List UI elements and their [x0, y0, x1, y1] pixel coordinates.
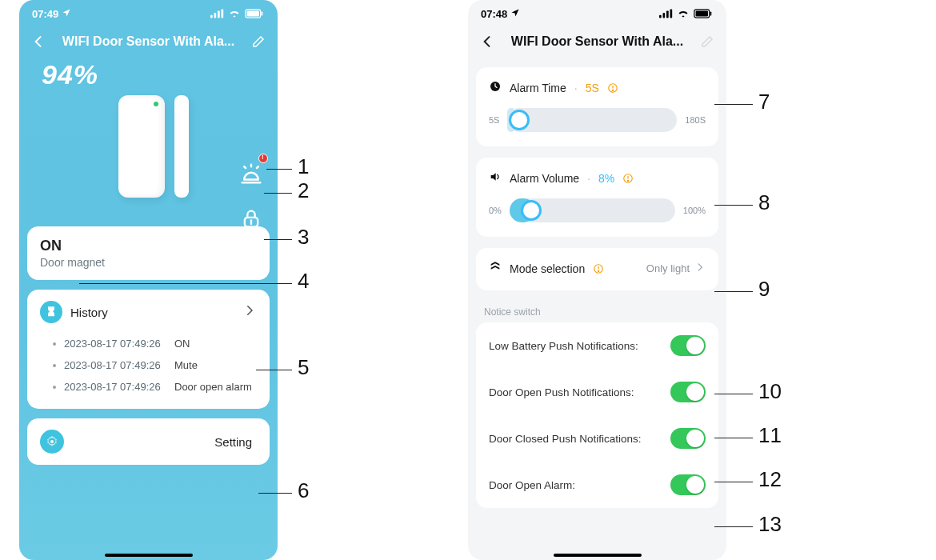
chevron-right-icon — [694, 262, 706, 275]
svg-rect-10 — [659, 15, 662, 18]
door-open-push-row: Door Open Push Notifications: — [476, 369, 718, 415]
alarm-time-slider[interactable] — [507, 108, 677, 132]
phone-left: 07:49 WIFI Door Sensor With Ala... 94% — [19, 0, 278, 560]
history-row: 2023-08-17 07:49:26Mute — [40, 354, 257, 376]
magnet-state: ON — [40, 238, 257, 254]
home-indicator — [554, 554, 642, 557]
mode-value: Only light — [646, 262, 690, 274]
annotation-13: 13 — [758, 512, 782, 537]
history-row: 2023-08-17 07:49:26Door open alarm — [40, 376, 257, 398]
alarm-volume-label: Alarm Volume — [510, 172, 579, 185]
phone-right: 07:48 WIFI Door Sensor With Ala... — [468, 0, 726, 560]
slider-max: 100% — [683, 206, 706, 215]
annotation-7: 7 — [758, 90, 770, 114]
switch-label: Door Closed Push Notifications: — [489, 433, 642, 445]
location-icon — [62, 8, 71, 20]
location-icon — [510, 8, 520, 20]
annotation-1: 1 — [298, 154, 309, 179]
door-open-push-toggle[interactable] — [670, 382, 706, 402]
svg-rect-1 — [214, 13, 217, 18]
annotation-4: 4 — [298, 269, 309, 294]
battery-percent: 94% — [19, 56, 278, 90]
annotation-2: 2 — [298, 178, 309, 203]
slider-min: 0% — [489, 206, 502, 215]
svg-rect-11 — [663, 13, 666, 18]
svg-rect-3 — [222, 10, 224, 18]
alarm-time-label: Alarm Time — [510, 82, 566, 94]
svg-rect-5 — [247, 11, 259, 17]
alarm-time-value: 5S — [586, 82, 599, 94]
svg-point-20 — [612, 90, 613, 90]
svg-rect-13 — [670, 10, 673, 18]
home-indicator — [105, 554, 193, 557]
history-title: History — [70, 306, 108, 319]
svg-point-23 — [628, 180, 629, 181]
mode-label: Mode selection — [510, 262, 585, 275]
setting-card[interactable]: Setting — [27, 418, 270, 465]
alarm-volume-slider[interactable] — [510, 198, 675, 222]
svg-point-26 — [598, 270, 599, 271]
alarm-icon[interactable] — [236, 158, 266, 189]
magnet-label: Door magnet — [40, 256, 257, 269]
back-button[interactable] — [479, 34, 495, 50]
page-title: WIFI Door Sensor With Ala... — [62, 34, 234, 49]
switch-label: Door Open Alarm: — [489, 479, 575, 491]
back-button[interactable] — [30, 34, 46, 50]
status-icons — [659, 9, 714, 18]
slider-min: 5S — [489, 115, 499, 125]
svg-rect-6 — [262, 11, 263, 15]
annotation-9: 9 — [758, 277, 770, 302]
edit-button[interactable] — [699, 34, 715, 50]
nav-bar: WIFI Door Sensor With Ala... — [468, 27, 726, 56]
slider-max: 180S — [685, 115, 706, 125]
switch-list: Low Battery Push Notifications: Door Ope… — [476, 322, 718, 508]
notice-switch-label: Notice switch — [468, 290, 726, 322]
volume-icon — [489, 170, 502, 186]
edit-button[interactable] — [250, 34, 266, 50]
svg-rect-2 — [218, 10, 220, 18]
cube-icon — [489, 261, 502, 276]
annotation-10: 10 — [758, 379, 782, 404]
alarm-volume-card: Alarm Volume · 8% 0% 100% — [476, 158, 718, 237]
status-bar: 07:49 — [19, 0, 278, 27]
svg-rect-15 — [696, 11, 708, 17]
status-icons — [210, 9, 265, 18]
chevron-right-icon — [242, 303, 257, 321]
history-icon — [40, 301, 62, 323]
annotation-11: 11 — [758, 423, 782, 448]
annotation-8: 8 — [758, 190, 770, 215]
mode-card[interactable]: Mode selection Only light — [476, 248, 718, 290]
alarm-time-card: Alarm Time · 5S 5S 180S — [476, 67, 718, 146]
door-open-alarm-toggle[interactable] — [670, 474, 706, 495]
history-card[interactable]: History 2023-08-17 07:49:26ON 2023-08-17… — [27, 290, 270, 409]
door-closed-push-row: Door Closed Push Notifications: — [476, 415, 718, 462]
low-battery-row: Low Battery Push Notifications: — [476, 322, 718, 369]
status-time: 07:48 — [481, 8, 507, 20]
warning-icon — [607, 82, 618, 94]
warning-icon — [622, 173, 634, 184]
annotation-12: 12 — [758, 467, 782, 492]
switch-label: Door Open Push Notifications: — [489, 386, 634, 398]
lock-icon[interactable] — [236, 203, 266, 234]
annotation-3: 3 — [298, 225, 309, 250]
svg-rect-16 — [710, 11, 712, 15]
alarm-volume-value: 8% — [598, 172, 614, 185]
annotation-6: 6 — [298, 478, 309, 503]
door-open-alarm-row: Door Open Alarm: — [476, 462, 718, 508]
history-row: 2023-08-17 07:49:26ON — [40, 333, 257, 354]
svg-rect-12 — [666, 10, 669, 18]
svg-rect-0 — [210, 15, 213, 18]
switch-label: Low Battery Push Notifications: — [489, 340, 638, 352]
setting-label: Setting — [74, 435, 257, 449]
nav-bar: WIFI Door Sensor With Ala... — [19, 27, 278, 56]
svg-point-9 — [50, 440, 54, 443]
warning-icon — [593, 263, 604, 274]
page-title: WIFI Door Sensor With Ala... — [511, 34, 683, 49]
low-battery-toggle[interactable] — [670, 335, 706, 356]
status-bar: 07:48 — [468, 0, 726, 27]
door-magnet-card[interactable]: ON Door magnet — [27, 226, 270, 280]
annotation-5: 5 — [298, 355, 309, 380]
status-time: 07:49 — [32, 8, 58, 20]
clock-icon — [489, 80, 502, 95]
door-closed-push-toggle[interactable] — [670, 428, 706, 449]
